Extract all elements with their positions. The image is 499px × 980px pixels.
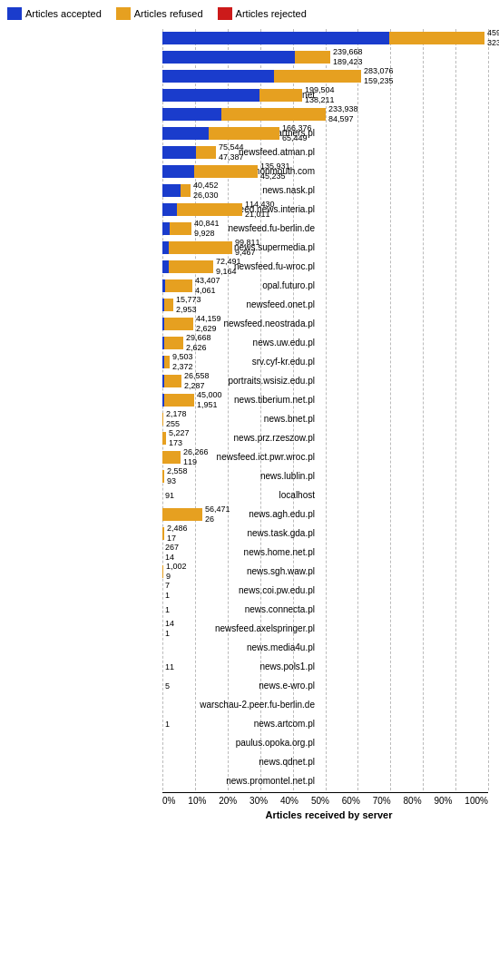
table-row: news.prz.rzeszow.pl5,227173 xyxy=(162,429,488,447)
bar-refused xyxy=(162,527,164,540)
bar-refused xyxy=(164,337,183,349)
bar-values: 56,47126 xyxy=(205,505,230,524)
x-axis: 0%10%20%30%40%50%60%70%80%90%100% xyxy=(162,792,488,806)
bar-refused xyxy=(162,470,164,483)
x-axis-tick: 30% xyxy=(250,796,268,806)
x-axis-tick: 0% xyxy=(162,796,175,806)
bar-values: 75,54447,387 xyxy=(219,142,244,162)
legend-accepted: Articles accepted xyxy=(7,7,102,20)
bar-refused xyxy=(164,375,181,387)
bar-wrap: 199,504138,211 xyxy=(162,87,488,103)
table-row: news.lublin.pl2,55893 xyxy=(162,467,488,485)
bar-accepted xyxy=(162,108,221,121)
bar-accepted xyxy=(162,165,194,178)
bar-wrap: 71 xyxy=(162,583,488,599)
table-row: news.promontel.net.pl xyxy=(162,772,488,790)
legend-accepted-label: Articles accepted xyxy=(25,8,102,19)
x-axis-title: Articles received by server xyxy=(4,809,495,820)
bar-wrap: 11 xyxy=(162,659,488,675)
bar-refused xyxy=(162,451,181,464)
x-axis-tick: 100% xyxy=(465,796,488,806)
bar-accepted xyxy=(162,51,295,64)
bar-wrap: 1 xyxy=(162,716,488,732)
bar-wrap: 99,8119,467 xyxy=(162,240,488,256)
table-row: newsfeed.gazeta.pl233,93884,597 xyxy=(162,105,488,123)
bar-wrap: 26,5582,287 xyxy=(162,373,488,389)
bar-accepted xyxy=(162,260,169,273)
x-axis-area: 0%10%20%30%40%50%60%70%80%90%100% xyxy=(4,792,495,806)
bar-values: 71 xyxy=(165,581,170,601)
bar-values: 44,1592,629 xyxy=(196,314,221,334)
bar-values: 40,45226,030 xyxy=(193,181,219,201)
table-row: news.nask.pl40,45226,030 xyxy=(162,181,488,200)
x-axis-tick: 10% xyxy=(188,796,206,806)
table-row: news.task.gda.pl2,48617 xyxy=(162,524,488,543)
bar-accepted xyxy=(162,70,274,83)
bar-wrap xyxy=(162,773,488,789)
bar-wrap: 75,54447,387 xyxy=(162,144,488,161)
table-row: news.connecta.pl1 xyxy=(162,601,488,619)
bar-wrap: 239,668189,423 xyxy=(162,49,488,65)
table-row: newsfeed.onet.pl15,7732,953 xyxy=(162,296,488,314)
table-row: news.bnet.pl2,178255 xyxy=(162,410,488,428)
table-row: newsfeed.plix.pl283,076159,235 xyxy=(162,67,488,85)
bar-refused xyxy=(196,146,216,159)
table-row: newsfeed.axelspringer.pl141 xyxy=(162,620,488,638)
bar-wrap: 459,024323,432 xyxy=(162,30,499,46)
bar-wrap: 5 xyxy=(162,678,488,694)
table-row: news.supermedia.pl99,8119,467 xyxy=(162,239,488,257)
bar-wrap: 44,1592,629 xyxy=(162,316,488,332)
x-axis-tick: 40% xyxy=(280,796,298,806)
bar-refused xyxy=(164,394,194,407)
bar-values: 141 xyxy=(165,619,174,639)
x-axis-tick: 20% xyxy=(219,796,237,806)
bar-values: 9,5032,372 xyxy=(172,352,193,372)
bar-refused xyxy=(194,165,258,178)
bar-values: 15,7732,953 xyxy=(176,295,201,315)
table-row: news.agh.edu.pl56,47126 xyxy=(162,505,488,524)
bar-wrap: 5,227173 xyxy=(162,430,488,446)
bar-refused xyxy=(162,508,202,521)
table-row: localhost91 xyxy=(162,486,488,505)
bar-refused xyxy=(209,127,279,140)
table-row: newsfeed.fu-berlin.de40,8419,928 xyxy=(162,220,488,238)
table-row: srv.cyf-kr.edu.pl9,5032,372 xyxy=(162,353,488,371)
bar-wrap: 114,43021,011 xyxy=(162,201,488,218)
bar-values: 72,4919,164 xyxy=(216,257,241,277)
bar-values: 40,8419,928 xyxy=(194,219,220,239)
bar-values: 26,266119 xyxy=(183,447,209,467)
legend-refused-label: Articles refused xyxy=(134,8,203,19)
bar-values: 459,024323,432 xyxy=(487,28,499,48)
table-row: newsfeed.pionier.net.pl459,024323,432 xyxy=(162,29,488,47)
bar-wrap: 9,5032,372 xyxy=(162,354,488,370)
bar-accepted xyxy=(162,184,181,197)
bar-wrap xyxy=(162,697,488,713)
bar-values: 1 xyxy=(165,605,170,615)
bar-refused xyxy=(162,565,163,578)
bar-values: 99,8119,467 xyxy=(235,238,260,258)
legend-rejected-label: Articles rejected xyxy=(236,8,307,19)
legend-rejected-box xyxy=(218,7,232,20)
table-row: newspump.monmouth.com135,93145,235 xyxy=(162,162,488,181)
bar-values: 2,48617 xyxy=(167,524,188,544)
table-row: news.qdnet.pl xyxy=(162,753,488,771)
bar-wrap: 283,076159,235 xyxy=(162,68,488,84)
legend-refused: Articles refused xyxy=(116,7,203,20)
chart-area: newsfeed.pionier.net.pl459,024323,432new… xyxy=(4,29,495,790)
table-row: opal.futuro.pl43,4074,061 xyxy=(162,277,488,295)
table-row: newsfeed.astercity.net199,504138,211 xyxy=(162,86,488,104)
table-row: newsfeed.fu-wroc.pl72,4919,164 xyxy=(162,258,488,276)
bar-wrap: 233,93884,597 xyxy=(162,106,488,122)
bar-values: 1,0029 xyxy=(166,562,187,582)
bar-wrap: 1 xyxy=(162,602,488,618)
legend-refused-box xyxy=(116,7,131,20)
bar-values: 26,5582,287 xyxy=(184,371,210,391)
bar-values: 135,93145,235 xyxy=(260,162,290,181)
bar-wrap: 2,55893 xyxy=(162,468,488,485)
bar-wrap: 135,93145,235 xyxy=(162,163,488,180)
bar-wrap: 72,4919,164 xyxy=(162,259,488,275)
bar-values: 91 xyxy=(165,491,174,501)
bar-values: 114,43021,011 xyxy=(245,200,275,220)
table-row: portraits.wsisiz.edu.pl26,5582,287 xyxy=(162,372,488,390)
bar-values: 26714 xyxy=(165,543,179,563)
